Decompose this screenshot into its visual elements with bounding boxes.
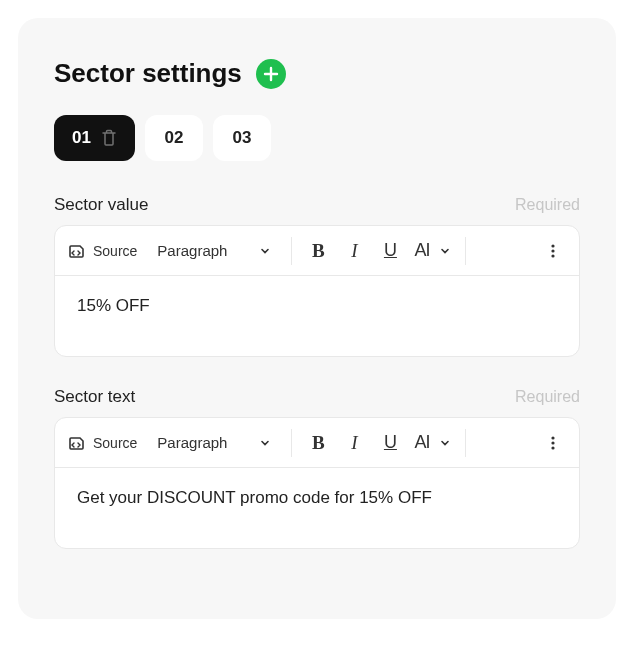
chevron-down-icon xyxy=(259,245,271,257)
toolbar-separator xyxy=(291,429,292,457)
sector-tabs: 01 02 03 xyxy=(54,115,580,161)
sector-tab-01[interactable]: 01 xyxy=(54,115,135,161)
source-button[interactable]: Source xyxy=(63,425,145,461)
more-button[interactable] xyxy=(535,425,571,461)
source-icon xyxy=(67,241,87,261)
more-vertical-icon xyxy=(545,434,561,452)
svg-point-2 xyxy=(551,254,554,257)
panel-header: Sector settings xyxy=(54,58,580,89)
field-header: Sector text Required xyxy=(54,387,580,407)
paragraph-label: Paragraph xyxy=(157,434,227,451)
paragraph-label: Paragraph xyxy=(157,242,227,259)
chevron-down-icon xyxy=(439,245,451,257)
font-button[interactable]: AI xyxy=(408,233,457,269)
sector-value-editor: Source Paragraph B I U AI xyxy=(54,225,580,357)
required-badge: Required xyxy=(515,196,580,214)
sector-text-input[interactable]: Get your DISCOUNT promo code for 15% OFF xyxy=(55,468,579,548)
sector-value-field: Sector value Required Source Paragraph xyxy=(54,195,580,357)
plus-icon xyxy=(263,66,279,82)
font-button[interactable]: AI xyxy=(408,425,457,461)
toolbar-separator xyxy=(465,429,466,457)
svg-point-5 xyxy=(551,446,554,449)
font-label: AI xyxy=(414,432,429,453)
sector-value-input[interactable]: 15% OFF xyxy=(55,276,579,356)
field-header: Sector value Required xyxy=(54,195,580,215)
svg-point-4 xyxy=(551,441,554,444)
paragraph-dropdown[interactable]: Paragraph xyxy=(145,425,283,461)
bold-button[interactable]: B xyxy=(300,425,336,461)
editor-toolbar: Source Paragraph B I U AI xyxy=(55,418,579,468)
toolbar-separator xyxy=(465,237,466,265)
tab-label: 01 xyxy=(72,128,91,148)
editor-toolbar: Source Paragraph B I U AI xyxy=(55,226,579,276)
toolbar-separator xyxy=(291,237,292,265)
source-button[interactable]: Source xyxy=(63,233,145,269)
field-label: Sector value xyxy=(54,195,149,215)
underline-button[interactable]: U xyxy=(372,425,408,461)
chevron-down-icon xyxy=(259,437,271,449)
source-icon xyxy=(67,433,87,453)
italic-button[interactable]: I xyxy=(336,425,372,461)
svg-point-1 xyxy=(551,249,554,252)
source-label: Source xyxy=(93,243,137,259)
sector-tab-02[interactable]: 02 xyxy=(145,115,203,161)
font-label: AI xyxy=(414,240,429,261)
tab-label: 02 xyxy=(164,128,183,148)
field-label: Sector text xyxy=(54,387,135,407)
more-button[interactable] xyxy=(535,233,571,269)
sector-settings-panel: Sector settings 01 02 03 Sector value Re… xyxy=(18,18,616,619)
svg-point-0 xyxy=(551,244,554,247)
chevron-down-icon xyxy=(439,437,451,449)
bold-button[interactable]: B xyxy=(300,233,336,269)
tab-label: 03 xyxy=(232,128,251,148)
source-label: Source xyxy=(93,435,137,451)
add-sector-button[interactable] xyxy=(256,59,286,89)
panel-title: Sector settings xyxy=(54,58,242,89)
required-badge: Required xyxy=(515,388,580,406)
sector-text-editor: Source Paragraph B I U AI xyxy=(54,417,580,549)
italic-button[interactable]: I xyxy=(336,233,372,269)
sector-text-field: Sector text Required Source Paragraph xyxy=(54,387,580,549)
trash-icon[interactable] xyxy=(101,129,117,147)
paragraph-dropdown[interactable]: Paragraph xyxy=(145,233,283,269)
underline-button[interactable]: U xyxy=(372,233,408,269)
svg-point-3 xyxy=(551,436,554,439)
more-vertical-icon xyxy=(545,242,561,260)
sector-tab-03[interactable]: 03 xyxy=(213,115,271,161)
